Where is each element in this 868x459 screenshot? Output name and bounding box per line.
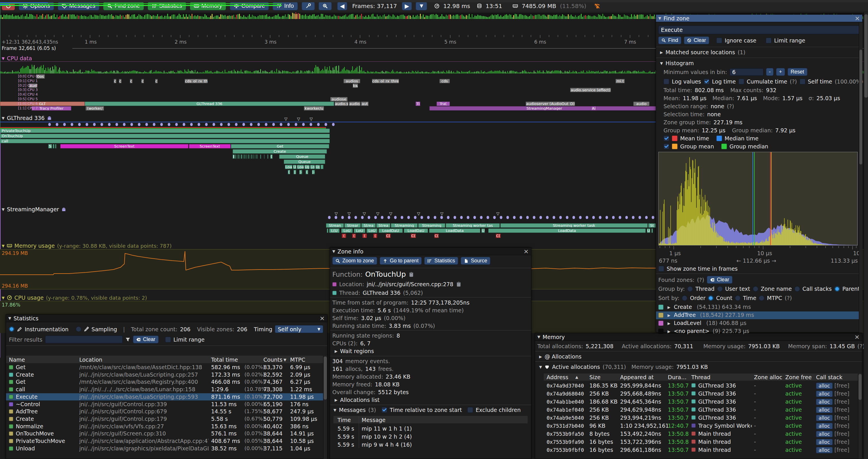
histogram-frame[interactable] <box>658 152 858 245</box>
message-marker-icon[interactable]: ▽ <box>284 117 287 121</box>
found-zone-row[interactable]: ▶AddTree(18,542) 227.19 ms <box>656 312 859 319</box>
help-icon[interactable]: (?) <box>790 78 797 85</box>
message-marker-icon[interactable]: ▽ <box>363 211 366 216</box>
timeline-zone[interactable] <box>53 144 54 149</box>
alloc-callstack-button[interactable]: alloc <box>816 391 833 397</box>
timeline-zone[interactable] <box>244 155 245 159</box>
timeline-zone[interactable]: C( <box>434 234 439 238</box>
histogram-expander[interactable]: ▼ Histogram <box>660 60 694 66</box>
timeline-zone[interactable] <box>243 155 244 159</box>
timeline-zone[interactable] <box>253 155 254 159</box>
zone-info-titlebar[interactable]: ▼ Zone info × <box>330 248 531 255</box>
col-call-stack[interactable]: Call stack <box>816 374 842 380</box>
find-zone-titlebar[interactable]: ▼ Find zone × <box>656 14 862 22</box>
message-marker-icon[interactable]: ▽ <box>417 211 420 216</box>
clear-found-button[interactable]: Clear <box>707 276 733 284</box>
col-zone-alloc[interactable]: Zone alloc <box>754 374 782 380</box>
timeline-zone[interactable]: OnTouchUp <box>0 134 330 138</box>
timeline-zone[interactable]: |~ <box>312 170 315 174</box>
timeline-zone[interactable] <box>237 155 238 159</box>
alloc-callstack-button[interactable]: alloc <box>816 431 833 437</box>
allocation-row[interactable]: 0x7553b9fa508 bytes153,492,240ns13:50.8M… <box>544 430 858 438</box>
time-relative-checkbox[interactable] <box>381 407 387 413</box>
close-icon[interactable]: × <box>320 315 325 322</box>
statistics-row[interactable]: Normalizejni/../jni/src/claw/vfs/Vfs.cpp… <box>6 423 323 430</box>
timeline-zone[interactable]: ( <box>270 155 273 159</box>
allocation-row[interactable]: 0x7553b9fbf016 bytes296,661,186ns13:50.7… <box>544 446 858 454</box>
statistics-button[interactable]: Statistics <box>424 257 458 265</box>
sort-by-radio-count[interactable] <box>708 295 713 301</box>
message-row[interactable]: 5.59 smip 11 w 1 h 1 (1) <box>334 425 528 433</box>
timeline-zone[interactable]: U <box>293 165 297 169</box>
col-location[interactable]: Location <box>79 357 102 363</box>
timeline-zone[interactable]: cds_ol_rx_threa <box>372 79 399 83</box>
cumulate-time-checkbox[interactable] <box>739 79 744 85</box>
help-icon[interactable]: (?) <box>785 295 792 301</box>
timeline-zone[interactable]: audios <box>343 79 360 83</box>
timeline-zone[interactable]: ScreenText <box>189 144 230 149</box>
timeline-zone[interactable]: c <box>114 79 116 83</box>
source-button[interactable]: Source <box>461 257 490 265</box>
timeline-zone[interactable]: mi.t <box>616 79 625 83</box>
timeline-zone[interactable]: Streaming worker task <box>500 223 648 228</box>
allocations-list-expander[interactable]: ▶Allocations list <box>335 397 380 403</box>
col-total-time[interactable]: Total time <box>211 357 238 363</box>
statistics-row[interactable]: OnTouchMovejni/../jni/src/guif/Screen.cp… <box>6 430 323 437</box>
timeline-zone[interactable]: c <box>119 79 122 83</box>
timeline-zone[interactable]: L(U <box>329 229 340 233</box>
col-address[interactable]: Address <box>547 374 568 380</box>
ghost-icon[interactable] <box>61 207 66 212</box>
statistics-row[interactable]: ~Controljni/../jni/src/guif/Control.cpp:… <box>6 401 323 408</box>
alloc-callstack-button[interactable]: alloc <box>816 399 833 405</box>
timeline-zone[interactable]: Lo <box>310 165 315 169</box>
thread-value[interactable]: GLThread 336 <box>363 290 400 296</box>
message-marker-icon[interactable]: ▽ <box>376 211 379 216</box>
timeline-zone[interactable]: audio.se <box>335 102 348 106</box>
clear-filter-button[interactable]: Clear <box>133 335 159 343</box>
col-zone-free[interactable]: Zone free <box>785 374 812 380</box>
min-bin-input[interactable]: 6 <box>730 68 764 76</box>
timeline-zone[interactable]: cds <box>439 79 450 83</box>
message-row[interactable]: 5.59 smip 10 w 2 h 2 (4) <box>334 433 528 441</box>
timeline-zone[interactable]: kworker/u <box>304 106 324 110</box>
sort-by-radio-time[interactable] <box>735 295 741 301</box>
filter-input[interactable] <box>45 335 123 343</box>
timeline-zone[interactable]: E <box>232 155 235 159</box>
group-by-radio-user-text[interactable] <box>717 286 723 292</box>
find-zone-search-input[interactable]: Execute <box>658 26 860 34</box>
group-checkbox[interactable] <box>663 143 669 149</box>
timeline-zone[interactable]: Loa <box>285 165 292 169</box>
zoom-to-zone-button[interactable]: Zoom to zone <box>332 257 377 265</box>
col-duration[interactable]: Dura… <box>668 374 686 380</box>
wait-regions-expander[interactable]: ▶Wait regions <box>335 348 374 354</box>
timeline-zone[interactable] <box>248 155 249 159</box>
glthread-header[interactable]: ▼ GLThread 336 <box>2 115 52 121</box>
timeline-zone[interactable]: Up <box>305 165 310 169</box>
found-zone-row[interactable]: ▶Create(54,131) 643.34 ms <box>656 303 859 311</box>
timeline-zone[interactable] <box>320 165 323 169</box>
message-marker-icon[interactable]: ▽ <box>297 117 300 121</box>
cpu-usage-header[interactable]: ▼ CPU usage (y-range: 0.78%, visible dat… <box>2 295 147 301</box>
timeline-zone[interactable] <box>241 155 242 159</box>
statistics-titlebar[interactable]: ▼ Statistics × <box>6 315 327 322</box>
message-marker-icon[interactable]: ▽ <box>496 211 499 216</box>
timeline-zone[interactable]: (worker/ <box>86 106 104 110</box>
timeline-zone[interactable]: Queue <box>279 155 325 159</box>
timeline-zone[interactable]: Queue <box>284 160 325 164</box>
timeline-zone[interactable]: audioserver (AudioOut_D) <box>526 102 575 106</box>
timeline-zone[interactable]: audiose <box>330 97 347 101</box>
timeline-zone[interactable]: LoadDaU <box>404 229 428 233</box>
timeline-zone[interactable]: U <box>647 229 650 233</box>
timeline-zone[interactable]: LoadData <box>429 229 480 233</box>
timeline-zone[interactable] <box>251 155 252 159</box>
timeline-zone[interactable]: LoU <box>354 229 365 233</box>
timeline-zone[interactable]: C( <box>411 234 416 238</box>
timing-select[interactable]: Self only ▼ <box>275 325 323 333</box>
allocation-row[interactable]: 0x74ab9e5040256 KB293,994,219ns13:50.7GL… <box>544 414 858 422</box>
timeline-zone[interactable]: c <box>155 79 158 83</box>
timeline-zone[interactable]: audio <box>633 102 649 106</box>
timeline-zone[interactable]: | <box>293 170 296 174</box>
timeline-zone[interactable]: U <box>482 229 485 233</box>
find-zone-scrollbar[interactable] <box>859 22 863 332</box>
mean-median-checkbox[interactable] <box>663 135 669 141</box>
